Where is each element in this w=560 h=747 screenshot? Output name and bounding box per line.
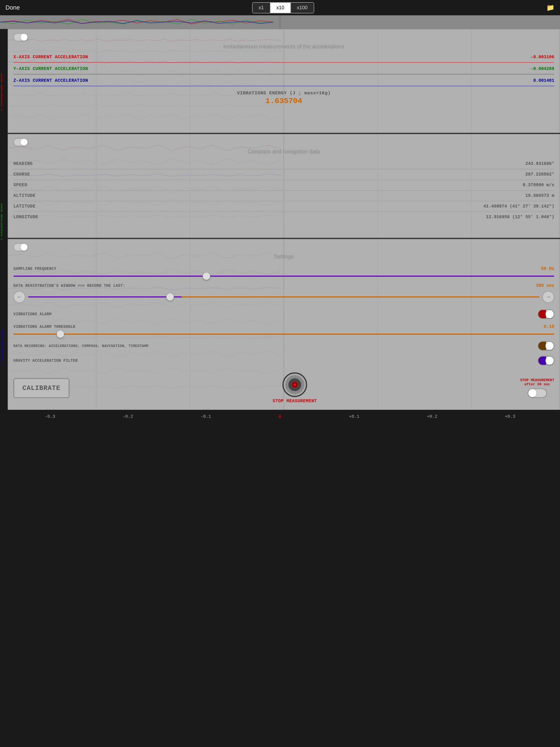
- z-axis-row: Z-AXIS CURRENT ACCELERATION 0.001401: [14, 77, 554, 84]
- target-container: STOP MEASUREMENT: [273, 372, 317, 404]
- compass-inner: Compass and navigation data HEADING 243.…: [8, 134, 560, 226]
- latitude-value: 41.460874 (41° 27' 39.142"): [483, 204, 554, 209]
- gravity-toggle[interactable]: [538, 356, 554, 365]
- calibrate-button[interactable]: CALIBRATE: [14, 378, 70, 398]
- zoom-controls: x1 x10 x100: [252, 2, 314, 14]
- x-axis-row: X-AXIS CURRENT ACCELERATION -0.003106: [14, 54, 554, 61]
- alarm-toggle[interactable]: [538, 310, 554, 319]
- axis-zero: 0: [279, 414, 282, 419]
- gravity-row: GRAVITY ACCELERATION FILTER: [14, 353, 554, 368]
- speed-label: SPEED: [14, 183, 27, 187]
- target-center: [292, 383, 297, 387]
- z-axis-value: 0.001401: [533, 78, 554, 83]
- window-label: DATA REGISTRATION'S WINDOW >>> RECORD TH…: [14, 284, 532, 288]
- x-axis-value: -0.003106: [531, 55, 554, 60]
- sampling-slider-container: [14, 276, 554, 277]
- threshold-row: VIBRATIONS ALARM THRESHOLD 0.10: [14, 321, 554, 332]
- main-content: X ACCELERATIONS GRAPH Y ACCELERATIONS GR…: [0, 29, 560, 410]
- y-axis-row: Y-AXIS CURRENT ACCELERATION -0.004289: [14, 66, 554, 73]
- settings-section: Settings SAMPLING FREQUENCY 50 Hz DATA R…: [8, 239, 560, 410]
- sampling-value: 50 Hz: [532, 266, 554, 271]
- stop-toggle-knob: [528, 389, 536, 397]
- side-labels: X ACCELERATIONS GRAPH Y ACCELERATIONS GR…: [0, 29, 8, 410]
- compass-section: Compass and navigation data HEADING 243.…: [8, 134, 560, 238]
- settings-toggle[interactable]: [14, 243, 28, 251]
- compass-toggle-row: [14, 138, 554, 146]
- axis-plus02: +0.2: [427, 414, 437, 419]
- x-axis-label: X ACCELERATIONS GRAPH: [0, 29, 8, 159]
- latitude-row: LATITUDE 41.460874 (41° 27' 39.142"): [14, 201, 554, 212]
- course-value: 287.226562°: [525, 172, 554, 177]
- recording-label: DATA RECORDING: ACCELERATIONS, COMPASS, …: [14, 344, 538, 348]
- settings-toggle-knob: [21, 243, 28, 251]
- toggle-knob: [21, 34, 28, 41]
- x-axis-data-label: X-AXIS CURRENT ACCELERATION: [14, 55, 88, 60]
- target-crosshair[interactable]: [282, 372, 307, 397]
- threshold-label: VIBRATIONS ALARM THRESHOLD: [14, 325, 532, 329]
- stop-toggle[interactable]: [528, 389, 547, 398]
- acceleration-toggle[interactable]: [14, 33, 28, 41]
- energy-label: VIBRATIONS ENERGY (J ; mass=1Kg): [14, 91, 554, 96]
- stop-measurement-label[interactable]: STOP MEASUREMENT: [273, 398, 317, 404]
- acceleration-inner: Instantaneous measurements of the accele…: [8, 29, 560, 109]
- longitude-value: 12.916958 (12° 55' 1.048"): [486, 215, 554, 220]
- z-axis-label: Z ACCELERATIONS GRAPH: [0, 284, 8, 410]
- window-slider-row: ← →: [14, 291, 554, 303]
- energy-section: VIBRATIONS ENERGY (J ; mass=1Kg) 1.63570…: [14, 91, 554, 105]
- gravity-toggle-knob: [545, 357, 554, 365]
- sections-container: Instantaneous measurements of the accele…: [8, 29, 560, 410]
- recording-toggle[interactable]: [538, 341, 554, 351]
- axis-plus03: +0.3: [505, 414, 515, 419]
- recording-row: DATA RECORDING: ACCELERATIONS, COMPASS, …: [14, 338, 554, 353]
- acceleration-toggle-row: [14, 33, 554, 41]
- settings-title: Settings: [14, 254, 554, 260]
- threshold-value: 0.10: [532, 324, 554, 329]
- altitude-label: ALTITUDE: [14, 193, 35, 198]
- top-bar: Done x1 x10 x100 📁: [0, 0, 560, 15]
- alarm-toggle-knob: [545, 310, 554, 318]
- y-divider: [14, 74, 554, 74]
- y-axis-value: -0.004289: [531, 67, 554, 71]
- threshold-thumb[interactable]: [57, 330, 64, 338]
- compass-toggle[interactable]: [14, 138, 28, 146]
- graph-timeline: [0, 15, 560, 29]
- zoom-x1-button[interactable]: x1: [253, 3, 271, 13]
- sampling-label: SAMPLING FREQUENCY: [14, 266, 532, 271]
- y-axis-data-label: Y-AXIS CURRENT ACCELERATION: [14, 67, 88, 71]
- speed-value: 0.370000 m/s: [523, 183, 554, 187]
- threshold-track: [14, 334, 554, 335]
- speed-row: SPEED 0.370000 m/s: [14, 180, 554, 190]
- axis-minus02: -0.2: [123, 414, 133, 419]
- window-thumb[interactable]: [166, 293, 174, 301]
- axis-minus03: -0.3: [45, 414, 55, 419]
- longitude-label: LONGITUDE: [14, 215, 38, 220]
- axis-plus01: +0.1: [349, 414, 359, 419]
- heading-row: HEADING 243.931686°: [14, 159, 554, 169]
- window-prev-button[interactable]: ←: [14, 291, 25, 303]
- heading-value: 243.931686°: [525, 161, 554, 166]
- z-divider: [14, 86, 554, 86]
- stop-after-label: STOP MEASUREMENT after 30 sec: [520, 378, 554, 386]
- window-next-button[interactable]: →: [542, 291, 554, 303]
- settings-inner: Settings SAMPLING FREQUENCY 50 Hz DATA R…: [8, 239, 560, 410]
- acceleration-section: Instantaneous measurements of the accele…: [8, 29, 560, 133]
- zoom-x100-button[interactable]: x100: [291, 3, 314, 13]
- folder-icon[interactable]: 📁: [546, 4, 555, 12]
- stop-right-group: STOP MEASUREMENT after 30 sec: [520, 378, 554, 398]
- course-label: COURSE: [14, 172, 30, 177]
- sampling-thumb[interactable]: [203, 272, 210, 280]
- window-row: DATA REGISTRATION'S WINDOW >>> RECORD TH…: [14, 281, 554, 291]
- latitude-label: LATITUDE: [14, 204, 35, 209]
- bottom-controls: CALIBRATE STOP MEASUREMENT STOP MEASUREM…: [14, 368, 554, 406]
- course-row: COURSE 287.226562°: [14, 169, 554, 180]
- acceleration-title: Instantaneous measurements of the accele…: [14, 44, 554, 50]
- y-axis-label: Y ACCELERATIONS GRAPH: [0, 159, 8, 284]
- sampling-track: [14, 276, 554, 277]
- threshold-slider-container: [14, 334, 554, 335]
- compass-title: Compass and navigation data: [14, 149, 554, 155]
- compass-toggle-knob: [21, 138, 28, 146]
- window-value: 300 sec: [532, 283, 554, 288]
- zoom-x10-button[interactable]: x10: [271, 3, 291, 13]
- done-button[interactable]: Done: [5, 4, 20, 11]
- energy-value: 1.635704: [14, 97, 554, 105]
